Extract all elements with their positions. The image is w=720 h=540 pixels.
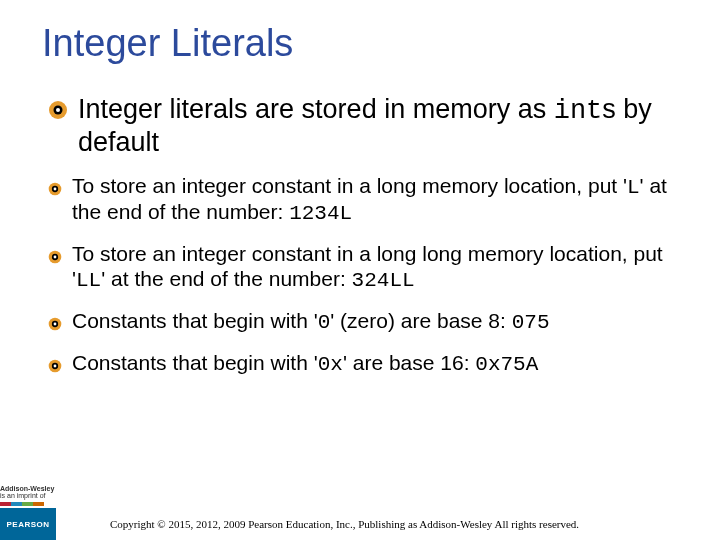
code-fragment: 0x75A [475, 353, 538, 376]
code-fragment: int [554, 96, 603, 126]
bullet-text: Integer literals are stored in memory as… [78, 94, 680, 158]
text-fragment: To store an integer constant in a long m… [72, 174, 627, 197]
bullet-icon [48, 180, 62, 200]
svg-point-2 [56, 108, 60, 112]
bullet-3: To store an integer constant in a long l… [48, 242, 680, 292]
slide: Integer Literals Integer literals are st… [0, 0, 720, 540]
bullet-text: To store an integer constant in a long m… [72, 174, 680, 226]
bullet-4: Constants that begin with '0' (zero) are… [48, 309, 680, 335]
text-fragment: Integer literals are stored in memory as [78, 94, 554, 124]
code-fragment: LL [76, 269, 101, 292]
bullet-text: Constants that begin with '0x' are base … [72, 351, 538, 377]
text-fragment: ' are base 16: [343, 351, 475, 374]
bullet-1: Integer literals are stored in memory as… [48, 94, 680, 158]
text-fragment: ' at the end of the number: [101, 267, 351, 290]
code-fragment: 324LL [352, 269, 415, 292]
bullet-icon [48, 315, 62, 335]
svg-point-14 [54, 364, 57, 367]
text-fragment: ' (zero) are base 8: [330, 309, 511, 332]
code-fragment: 1234L [289, 202, 352, 225]
code-fragment: L [627, 176, 640, 199]
svg-point-11 [54, 322, 57, 325]
bullet-text: Constants that begin with '0' (zero) are… [72, 309, 550, 335]
publisher-imprint: Addison-Wesley is an imprint of [0, 485, 66, 508]
bullet-2: To store an integer constant in a long m… [48, 174, 680, 226]
bullet-text: To store an integer constant in a long l… [72, 242, 680, 292]
content-area: Integer literals are stored in memory as… [48, 94, 680, 393]
text-fragment: Constants that begin with ' [72, 351, 318, 374]
bullet-icon [48, 248, 62, 268]
copyright-text: Copyright © 2015, 2012, 2009 Pearson Edu… [110, 518, 579, 530]
svg-point-8 [54, 256, 57, 259]
code-fragment: 0x [318, 353, 343, 376]
code-fragment: 075 [512, 311, 550, 334]
imprint-sub: is an imprint of [0, 492, 46, 499]
code-fragment: 0 [318, 311, 331, 334]
bullet-icon [48, 357, 62, 377]
bullet-icon [48, 100, 68, 124]
imprint-name: Addison-Wesley [0, 485, 54, 492]
svg-point-5 [54, 188, 57, 191]
color-rule-icon [0, 502, 44, 506]
bullet-5: Constants that begin with '0x' are base … [48, 351, 680, 377]
pearson-logo: PEARSON [0, 508, 56, 540]
footer: Addison-Wesley is an imprint of PEARSON … [0, 484, 720, 540]
text-fragment: Constants that begin with ' [72, 309, 318, 332]
slide-title: Integer Literals [42, 22, 293, 65]
